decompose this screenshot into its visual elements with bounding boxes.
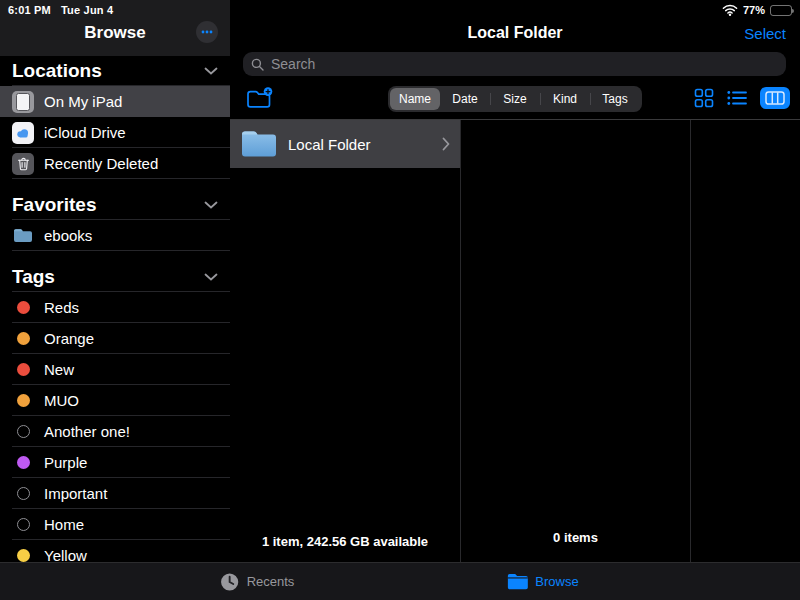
- tag-label: Home: [44, 516, 84, 533]
- column-3: [691, 120, 800, 562]
- tag-label: MUO: [44, 392, 79, 409]
- section-header-favorites[interactable]: Favorites: [0, 190, 230, 220]
- battery-icon: [770, 5, 792, 16]
- files-app-screen: 6:01 PM Tue Jun 4 Browse Locations On My…: [0, 0, 800, 600]
- sidebar-tag-home[interactable]: Home: [0, 509, 230, 540]
- column-browser: Local Folder 1 item, 242.56 GB available…: [230, 119, 800, 562]
- sort-option-name[interactable]: Name: [390, 88, 440, 110]
- ipad-icon: [12, 91, 34, 113]
- new-folder-button[interactable]: [246, 87, 273, 114]
- tab-browse[interactable]: Browse: [507, 563, 578, 600]
- sort-option-kind[interactable]: Kind: [540, 88, 590, 110]
- chevron-down-icon: [204, 67, 218, 75]
- chevron-down-icon: [204, 273, 218, 281]
- sidebar-tag-orange[interactable]: Orange: [0, 323, 230, 354]
- view-toggles: [694, 87, 790, 109]
- list-view-icon[interactable]: [727, 90, 747, 106]
- new-folder-icon: [246, 87, 273, 110]
- sidebar-item-icloud-drive[interactable]: iCloud Drive: [0, 117, 230, 148]
- section-gap: [0, 251, 230, 262]
- icloud-icon: [12, 122, 34, 144]
- column-2: 0 items: [461, 120, 690, 562]
- sidebar-header: 6:01 PM Tue Jun 4 Browse: [0, 0, 230, 56]
- main-content: 77% Local Folder Select Name Date: [230, 0, 800, 562]
- tag-dot-icon: [17, 549, 30, 562]
- toolbar: Name Date Size Kind Tags: [230, 86, 800, 112]
- tag-label: Reds: [44, 299, 79, 316]
- tag-label: Purple: [44, 454, 87, 471]
- tab-recents[interactable]: Recents: [220, 563, 295, 600]
- battery-percent: 77%: [743, 4, 765, 16]
- tag-dot-icon: [17, 456, 30, 469]
- folder-icon: [507, 573, 528, 590]
- sidebar-item-label: Recently Deleted: [44, 155, 158, 172]
- column-status-text: 0 items: [461, 530, 690, 545]
- tab-label: Browse: [535, 574, 578, 589]
- section-label: Tags: [12, 266, 55, 288]
- page-title: Local Folder: [230, 24, 800, 42]
- section-header-tags[interactable]: Tags: [0, 262, 230, 292]
- column-1: Local Folder 1 item, 242.56 GB available: [230, 120, 460, 562]
- sidebar-item-ebooks[interactable]: ebooks: [0, 220, 230, 251]
- sidebar-tag-yellow[interactable]: Yellow: [0, 540, 230, 562]
- folder-icon: [240, 129, 278, 159]
- tag-dot-icon: [17, 301, 30, 314]
- sidebar-item-label: iCloud Drive: [44, 124, 126, 141]
- tab-label: Recents: [247, 574, 295, 589]
- chevron-down-icon: [204, 201, 218, 209]
- tag-dot-icon: [17, 487, 30, 500]
- sidebar: 6:01 PM Tue Jun 4 Browse Locations On My…: [0, 0, 230, 562]
- sidebar-tag-another-one[interactable]: Another one!: [0, 416, 230, 447]
- sidebar-tag-reds[interactable]: Reds: [0, 292, 230, 323]
- tag-dot-icon: [17, 363, 30, 376]
- bottom-tab-bar: Recents Browse: [0, 562, 800, 600]
- sidebar-tag-new[interactable]: New: [0, 354, 230, 385]
- status-bar-right: 77%: [722, 4, 792, 16]
- tag-label: Important: [44, 485, 107, 502]
- section-gap: [0, 179, 230, 190]
- search-icon: [251, 58, 264, 71]
- status-date: Tue Jun 4: [61, 4, 113, 16]
- tag-label: New: [44, 361, 74, 378]
- tag-dot-icon: [17, 332, 30, 345]
- column-status-text: 1 item, 242.56 GB available: [230, 534, 460, 549]
- search-input[interactable]: [269, 55, 778, 73]
- grid-view-icon[interactable]: [694, 88, 714, 108]
- sidebar-item-recently-deleted[interactable]: Recently Deleted: [0, 148, 230, 179]
- columns-view-icon[interactable]: [760, 87, 790, 109]
- section-label: Locations: [12, 60, 102, 82]
- sidebar-item-on-my-ipad[interactable]: On My iPad: [0, 86, 230, 117]
- search-bar[interactable]: [243, 52, 786, 76]
- more-options-button[interactable]: [196, 21, 218, 43]
- clock-icon: [220, 572, 240, 592]
- file-row-local-folder[interactable]: Local Folder: [230, 120, 460, 168]
- sort-segmented-control: Name Date Size Kind Tags: [388, 86, 642, 112]
- sidebar-tag-muo[interactable]: MUO: [0, 385, 230, 416]
- sidebar-item-label: On My iPad: [44, 93, 122, 110]
- tag-label: Yellow: [44, 547, 87, 562]
- wifi-icon: [722, 4, 738, 16]
- ellipsis-icon: [201, 30, 213, 34]
- section-header-locations[interactable]: Locations: [0, 56, 230, 86]
- select-button[interactable]: Select: [744, 25, 786, 42]
- tag-dot-icon: [17, 518, 30, 531]
- chevron-right-icon: [442, 137, 450, 151]
- sort-option-size[interactable]: Size: [490, 88, 540, 110]
- folder-icon: [12, 225, 34, 247]
- tag-label: Another one!: [44, 423, 130, 440]
- status-time: 6:01 PM: [8, 4, 51, 16]
- tag-dot-icon: [17, 425, 30, 438]
- section-label: Favorites: [12, 194, 96, 216]
- tag-label: Orange: [44, 330, 94, 347]
- file-label: Local Folder: [288, 136, 432, 153]
- sidebar-tag-purple[interactable]: Purple: [0, 447, 230, 478]
- sidebar-list: Locations On My iPad iCloud Drive: [0, 56, 230, 562]
- sidebar-item-label: ebooks: [44, 227, 92, 244]
- sort-option-date[interactable]: Date: [440, 88, 490, 110]
- status-bar-left: 6:01 PM Tue Jun 4: [8, 4, 113, 16]
- sort-option-tags[interactable]: Tags: [590, 88, 640, 110]
- tag-dot-icon: [17, 394, 30, 407]
- sidebar-tag-important[interactable]: Important: [0, 478, 230, 509]
- trash-icon: [12, 153, 34, 175]
